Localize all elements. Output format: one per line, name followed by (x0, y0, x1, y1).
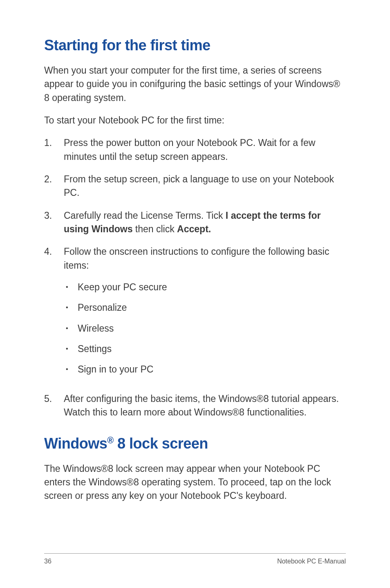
step-3-bold2: Accept. (177, 224, 211, 234)
bullet-marker: • (64, 281, 78, 294)
step-3-prefix: Carefully read the License Terms. Tick (64, 210, 226, 221)
bullet-text: Personalize (78, 301, 127, 314)
steps-list: 1. Press the power button on your Notebo… (44, 136, 346, 419)
page-footer: 36 Notebook PC E-Manual (44, 553, 346, 565)
lock-screen-paragraph: The Windows®8 lock screen may appear whe… (44, 462, 346, 503)
page-number: 36 (44, 558, 52, 565)
step-number: 5. (44, 392, 64, 420)
step-4: 4. Follow the onscreen instructions to c… (44, 245, 346, 383)
bullet-item: • Sign in to your PC (64, 363, 346, 376)
step-2: 2. From the setup screen, pick a languag… (44, 173, 346, 200)
step-text: Follow the onscreen instructions to conf… (64, 245, 346, 383)
heading2-sup: ® (107, 435, 113, 445)
step-text: After configuring the basic items, the W… (64, 392, 346, 420)
bullet-text: Sign in to your PC (78, 363, 153, 376)
bullet-marker: • (64, 342, 78, 355)
bullet-text: Settings (78, 342, 112, 355)
step-text: Carefully read the License Terms. Tick I… (64, 209, 346, 236)
step-4-text: Follow the onscreen instructions to conf… (64, 246, 329, 270)
step-3: 3. Carefully read the License Terms. Tic… (44, 209, 346, 236)
intro-paragraph-2: To start your Notebook PC for the first … (44, 114, 346, 127)
step-text: From the setup screen, pick a language t… (64, 173, 346, 200)
step-5: 5. After configuring the basic items, th… (44, 392, 346, 420)
step-1: 1. Press the power button on your Notebo… (44, 136, 346, 164)
bullet-marker: • (64, 363, 78, 376)
heading2-pre: Windows (44, 435, 107, 452)
document-title: Notebook PC E-Manual (277, 558, 346, 565)
intro-paragraph-1: When you start your computer for the fir… (44, 64, 346, 105)
step-number: 3. (44, 209, 64, 236)
bullet-item: • Keep your PC secure (64, 281, 346, 294)
bullet-item: • Personalize (64, 301, 346, 314)
bullet-text: Wireless (78, 322, 114, 335)
bullet-item: • Settings (64, 342, 346, 355)
bullet-marker: • (64, 301, 78, 314)
bullet-text: Keep your PC secure (78, 281, 167, 294)
bullet-list: • Keep your PC secure • Personalize • Wi… (64, 281, 346, 376)
bullet-item: • Wireless (64, 322, 346, 335)
bullet-marker: • (64, 322, 78, 335)
heading2-post: 8 lock screen (114, 435, 208, 452)
heading-lock-screen: Windows® 8 lock screen (44, 435, 346, 452)
step-text: Press the power button on your Notebook … (64, 136, 346, 164)
step-number: 4. (44, 245, 64, 383)
step-number: 1. (44, 136, 64, 164)
heading-starting: Starting for the first time (44, 37, 346, 54)
step-number: 2. (44, 173, 64, 200)
step-3-mid: then click (132, 224, 177, 234)
